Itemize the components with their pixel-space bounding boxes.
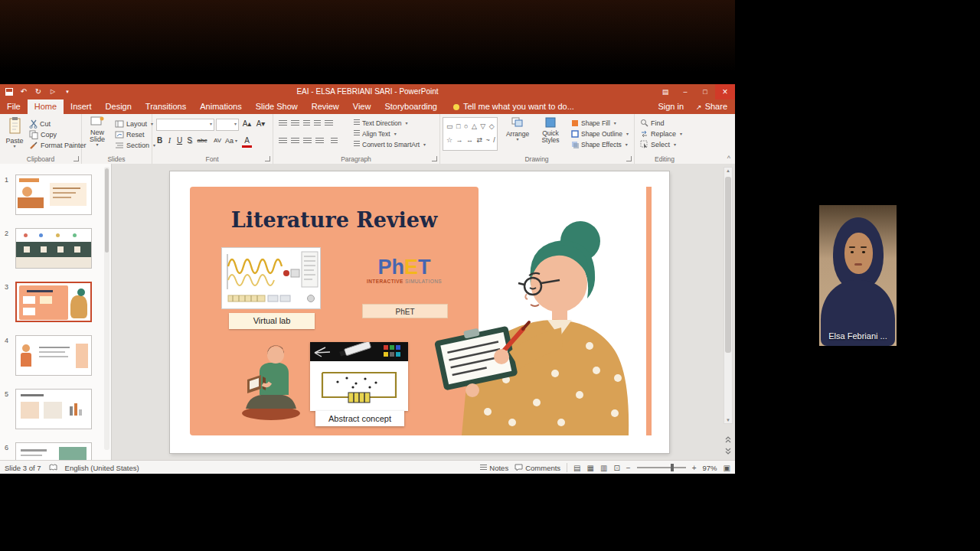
- font-name-combobox[interactable]: [156, 119, 214, 131]
- change-case-button[interactable]: Aa: [225, 135, 237, 147]
- undo-icon[interactable]: [19, 87, 28, 96]
- shape-effects-button[interactable]: Shape Effects: [571, 139, 628, 149]
- normal-view-button[interactable]: [573, 464, 580, 472]
- cut-button[interactable]: Cut: [29, 119, 51, 129]
- align-text-button[interactable]: Align Text: [354, 129, 397, 139]
- maximize-button[interactable]: [695, 84, 715, 99]
- paste-button[interactable]: Paste ▾: [3, 116, 26, 148]
- tab-slide-show[interactable]: Slide Show: [249, 99, 305, 114]
- columns-icon[interactable]: [331, 138, 338, 145]
- increase-indent-icon[interactable]: [314, 120, 321, 127]
- share-button[interactable]: Share: [696, 99, 727, 114]
- text-direction-button[interactable]: Text Direction: [354, 118, 408, 128]
- slide-sorter-view-button[interactable]: [587, 464, 594, 472]
- decrease-indent-icon[interactable]: [303, 120, 310, 127]
- slide-scrollbar[interactable]: ▲ ▼: [724, 167, 733, 424]
- tab-transitions[interactable]: Transitions: [139, 99, 193, 114]
- zoom-in-button[interactable]: [692, 464, 697, 472]
- paragraph-dialog-launcher[interactable]: [432, 156, 437, 161]
- language-indicator[interactable]: English (United States): [65, 464, 139, 472]
- customize-qat-icon[interactable]: [63, 87, 72, 96]
- align-left-icon[interactable]: [279, 138, 287, 145]
- thumbnails-scrollbar[interactable]: [104, 167, 109, 450]
- arrange-button[interactable]: Arrange ▾: [502, 117, 533, 142]
- character-spacing-button[interactable]: AV: [211, 135, 224, 147]
- scroll-up-icon[interactable]: ▲: [724, 168, 732, 173]
- select-button[interactable]: Select: [640, 139, 676, 149]
- quick-styles-button[interactable]: Quick Styles: [534, 117, 567, 143]
- start-presentation-icon[interactable]: [48, 87, 57, 96]
- reading-view-button[interactable]: [600, 464, 607, 472]
- shape-outline-button[interactable]: Shape Outline: [571, 129, 629, 139]
- tab-animations[interactable]: Animations: [193, 99, 248, 114]
- new-slide-button[interactable]: New Slide ▾: [83, 116, 111, 147]
- zoom-level[interactable]: 97%: [703, 464, 717, 472]
- slide-thumbnail-2[interactable]: [15, 228, 92, 269]
- save-icon[interactable]: [5, 87, 14, 96]
- drawing-dialog-launcher[interactable]: [626, 156, 632, 161]
- layout-button[interactable]: Layout: [115, 119, 153, 129]
- scrollbar-thumb[interactable]: [725, 177, 731, 353]
- underline-button[interactable]: U: [175, 135, 185, 147]
- font-size-combobox[interactable]: [216, 119, 239, 131]
- strikethrough-button[interactable]: abc: [194, 135, 210, 147]
- tab-review[interactable]: Review: [305, 99, 346, 114]
- zoom-slider[interactable]: [637, 467, 686, 468]
- clipboard-dialog-launcher[interactable]: [74, 156, 79, 161]
- tab-file[interactable]: File: [0, 99, 28, 114]
- italic-button[interactable]: I: [165, 135, 175, 147]
- line-spacing-icon[interactable]: [325, 120, 333, 127]
- font-dialog-launcher[interactable]: [265, 156, 270, 161]
- slide-counter[interactable]: Slide 3 of 7: [5, 464, 41, 472]
- align-center-icon[interactable]: [291, 138, 299, 145]
- slide-thumbnail-6[interactable]: [15, 442, 92, 460]
- thumbnails-scrollbar-thumb[interactable]: [105, 168, 109, 253]
- slide-thumbnail-4[interactable]: [15, 335, 92, 376]
- slide-thumbnail-3-selected[interactable]: [15, 282, 92, 322]
- bold-button[interactable]: B: [155, 135, 165, 147]
- shrink-font-button[interactable]: A▾: [256, 118, 266, 130]
- notes-button[interactable]: Notes: [480, 464, 508, 472]
- tab-insert[interactable]: Insert: [64, 99, 99, 114]
- tab-storyboarding[interactable]: Storyboarding: [377, 99, 444, 114]
- section-button[interactable]: Section: [115, 140, 155, 150]
- fit-slide-to-window-button[interactable]: [724, 464, 730, 472]
- previous-slide-button[interactable]: [724, 434, 733, 445]
- minimize-button[interactable]: [675, 84, 695, 99]
- tab-home[interactable]: Home: [28, 99, 64, 114]
- zoom-out-button[interactable]: [626, 464, 631, 472]
- numbering-icon[interactable]: [291, 120, 299, 127]
- ribbon-display-options-icon[interactable]: [655, 84, 675, 99]
- slide-thumbnail-5[interactable]: [15, 389, 92, 429]
- grow-font-button[interactable]: A▴: [242, 118, 252, 130]
- replace-button[interactable]: Replace: [640, 129, 682, 139]
- tell-me-box[interactable]: Tell me what you want to do...: [453, 99, 574, 114]
- convert-smartart-button[interactable]: Convert to SmartArt: [354, 139, 426, 149]
- bullets-icon[interactable]: [279, 120, 287, 127]
- format-painter-button[interactable]: Format Painter: [29, 140, 87, 150]
- reset-button[interactable]: Reset: [115, 129, 145, 139]
- align-right-icon[interactable]: [303, 138, 312, 145]
- font-color-button[interactable]: A: [242, 136, 252, 148]
- find-button[interactable]: Find: [640, 118, 665, 128]
- collapse-ribbon-icon[interactable]: ^: [727, 155, 730, 162]
- comments-button[interactable]: Comments: [514, 464, 560, 472]
- close-button[interactable]: [715, 84, 735, 99]
- text-shadow-button[interactable]: S: [185, 135, 194, 147]
- shape-fill-button[interactable]: Shape Fill: [571, 118, 616, 128]
- slide-thumbnail-1[interactable]: [15, 174, 92, 215]
- shapes-gallery[interactable]: ▭ □ ○ △ ▽ ◇ ☆ → ↔ ⇄ ~ /: [443, 117, 498, 151]
- next-slide-button[interactable]: [724, 445, 733, 457]
- slideshow-view-button[interactable]: [613, 464, 619, 472]
- tab-design[interactable]: Design: [99, 99, 139, 114]
- justify-icon[interactable]: [315, 138, 324, 145]
- copy-button[interactable]: Copy: [29, 129, 57, 139]
- spell-check-icon[interactable]: [49, 464, 57, 471]
- scroll-down-icon[interactable]: ▼: [724, 418, 732, 422]
- redo-icon[interactable]: [34, 87, 43, 96]
- webcam-overlay[interactable]: Elsa Febriani ...: [819, 205, 897, 346]
- sign-in-link[interactable]: Sign in: [658, 99, 684, 114]
- slide-canvas[interactable]: Literature Review: [170, 171, 669, 453]
- tab-view[interactable]: View: [346, 99, 378, 114]
- zoom-slider-thumb[interactable]: [671, 464, 674, 471]
